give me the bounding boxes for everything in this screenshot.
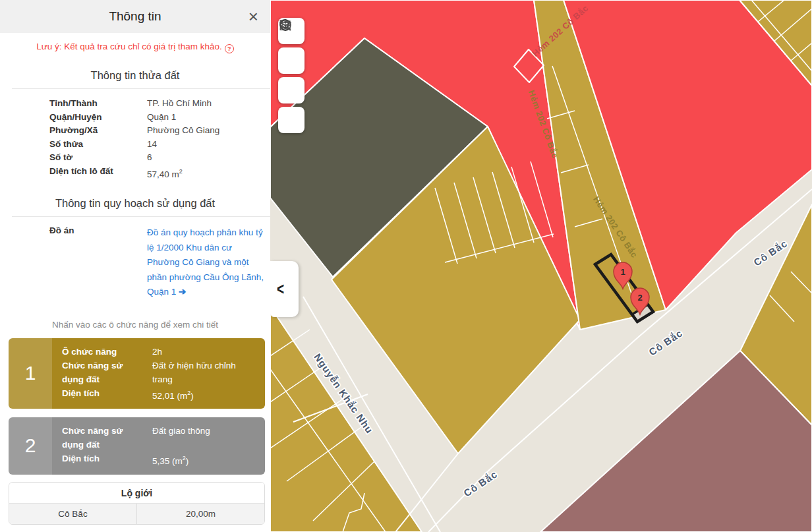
road-width-header: Lộ giới xyxy=(9,483,264,504)
zone-row: Chức năng sử dụng đất Đất giao thông xyxy=(62,424,258,452)
zone-row: Diện tích 5,35 (m2) xyxy=(62,452,258,468)
table-row: Cô Bắc 20,00m xyxy=(9,504,264,524)
divider xyxy=(12,216,270,217)
hint-text: Nhấn vào các ô chức năng để xem chi tiết xyxy=(0,320,270,330)
doan-label: Đồ án xyxy=(49,225,147,300)
svg-text:1: 1 xyxy=(620,267,625,277)
zone-card-2[interactable]: 2 Chức năng sử dụng đất Đất giao thông D… xyxy=(9,417,265,475)
zone-1-number: 1 xyxy=(9,338,52,409)
zone-row: Ô chức năng 2h xyxy=(62,345,258,359)
zone-row: Diện tích 52,01 (m2) xyxy=(62,386,258,403)
field-row-area: Diện tích lô đất 57,40 m2 xyxy=(0,165,270,181)
street-label-co-bac: Cô Bắc xyxy=(647,327,684,357)
field-row-parcel-no: Số thửa 14 xyxy=(0,138,270,152)
map-toolbar xyxy=(278,18,304,133)
planning-document-link[interactable]: Đồ án quy hoạch phân khu tỷ lệ 1/2000 Kh… xyxy=(147,225,267,300)
street-label-co-bac: Cô Bắc xyxy=(461,468,499,498)
arrow-right-icon: ➔ xyxy=(179,287,186,297)
zone-row: Chức năng sử dụng đất Đất ở hiện hữu chỉ… xyxy=(62,359,258,386)
field-row-district: Quận/Huyện Quận 1 xyxy=(0,111,270,125)
road-name-cell: Cô Bắc xyxy=(9,504,137,524)
parcel-section-title: Thông tin thửa đất xyxy=(0,69,270,82)
info-icon xyxy=(278,18,293,32)
field-row-ward: Phường/Xã Phường Cô Giang xyxy=(0,124,270,138)
panel-header: Thông tin × xyxy=(0,0,270,33)
map-canvas[interactable]: Hẻm 202 Cô Bắc Hẻm 202 Cô Bắc Hẻm 202 Cô… xyxy=(270,0,812,532)
disclaimer-text: Lưu ý: Kết quả tra cứu chỉ có giá trị th… xyxy=(0,42,270,53)
info-button[interactable] xyxy=(278,107,304,133)
sidebar-collapse-tab[interactable]: < xyxy=(270,261,299,317)
doan-row: Đồ án Đồ án quy hoạch phân khu tỷ lệ 1/2… xyxy=(0,225,270,300)
close-icon[interactable]: × xyxy=(248,8,258,25)
planning-section-title: Thông tin quy hoạch sử dụng đất xyxy=(0,197,270,210)
field-row-sheet-no: Số tờ 6 xyxy=(0,151,270,165)
divider xyxy=(12,88,270,89)
layers-button[interactable] xyxy=(278,47,304,74)
help-icon[interactable]: ? xyxy=(225,44,234,53)
svg-text:2: 2 xyxy=(637,293,642,303)
chevron-left-icon: < xyxy=(277,280,284,299)
legend-button[interactable] xyxy=(278,77,304,103)
zone-card-1[interactable]: 1 Ô chức năng 2h Chức năng sử dụng đất Đ… xyxy=(9,338,265,409)
road-width-table: Lộ giới Cô Bắc 20,00m xyxy=(9,482,265,525)
page-title: Thông tin xyxy=(109,9,161,24)
zoning-map[interactable]: Hẻm 202 Cô Bắc Hẻm 202 Cô Bắc Hẻm 202 Cô… xyxy=(270,0,812,532)
road-width-cell: 20,00m xyxy=(137,504,264,524)
zone-2-number: 2 xyxy=(9,417,52,475)
field-row-province: Tỉnh/Thành TP. Hồ Chí Minh xyxy=(0,97,270,111)
info-panel: Thông tin × Lưu ý: Kết quả tra cứu chỉ c… xyxy=(0,0,270,532)
